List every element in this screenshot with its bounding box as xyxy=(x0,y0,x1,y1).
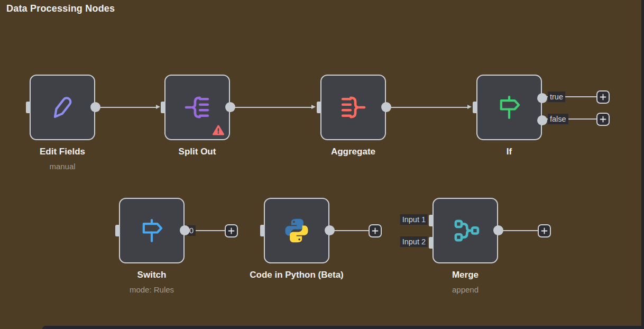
output-port[interactable] xyxy=(381,102,391,112)
node-edit-fields[interactable]: Edit Fields manual xyxy=(30,75,95,140)
output-port[interactable] xyxy=(90,102,100,112)
node-title: Switch xyxy=(137,270,167,280)
pen-icon xyxy=(48,93,77,122)
warning-icon xyxy=(213,125,224,135)
add-node-button[interactable] xyxy=(369,224,382,237)
wire-merge-out xyxy=(502,230,538,231)
merge-icon xyxy=(450,216,480,245)
arrowhead-icon xyxy=(156,105,160,109)
wire-editfields-splitout xyxy=(98,107,157,108)
output-port[interactable] xyxy=(325,225,335,235)
python-icon xyxy=(282,216,311,245)
node-merge[interactable]: Merge append xyxy=(433,198,498,263)
output-port-true[interactable] xyxy=(537,93,547,103)
node-code-python[interactable]: Code in Python (Beta) xyxy=(264,198,329,263)
page-title: Data Processing Nodes xyxy=(6,3,115,14)
app-frame-right-edge xyxy=(641,0,644,329)
plus-icon xyxy=(227,226,236,235)
workflow-canvas[interactable]: Data Processing Nodes true false 0 Input… xyxy=(0,0,644,329)
add-node-button[interactable] xyxy=(538,224,551,237)
arrowhead-icon xyxy=(467,105,472,109)
bottom-panel-edge xyxy=(42,326,644,329)
wire-aggregate-if xyxy=(390,107,468,108)
plus-icon xyxy=(599,93,608,102)
plus-icon xyxy=(599,115,608,124)
input-port[interactable] xyxy=(115,225,120,236)
output-port[interactable] xyxy=(493,225,503,235)
output-label-true: true xyxy=(548,92,565,102)
arrowhead-icon xyxy=(311,105,316,109)
input-port[interactable] xyxy=(473,102,477,113)
input-label-1: Input 1 xyxy=(400,214,428,225)
output-port[interactable] xyxy=(225,102,235,112)
node-title: Merge xyxy=(452,270,479,280)
output-label-false: false xyxy=(548,114,568,124)
node-title: Aggregate xyxy=(331,147,375,157)
node-title: Code in Python (Beta) xyxy=(250,270,344,280)
node-switch[interactable]: Switch mode: Rules xyxy=(119,198,185,263)
node-subtitle: manual xyxy=(49,162,75,171)
add-node-button[interactable] xyxy=(596,90,610,104)
input-port[interactable] xyxy=(317,102,321,113)
node-if[interactable]: If xyxy=(476,75,542,140)
signpost-icon xyxy=(494,93,524,122)
input-port[interactable] xyxy=(26,102,31,113)
node-title: Edit Fields xyxy=(40,147,85,157)
input-port[interactable] xyxy=(260,225,265,236)
split-out-icon xyxy=(182,93,212,122)
plus-icon xyxy=(540,226,549,235)
node-subtitle: append xyxy=(452,285,479,294)
node-split-out[interactable]: Split Out xyxy=(164,75,230,140)
node-subtitle: mode: Rules xyxy=(130,285,174,294)
plus-icon xyxy=(371,226,380,235)
node-title: Split Out xyxy=(179,147,216,157)
aggregate-icon xyxy=(338,93,368,122)
input-port-1[interactable] xyxy=(429,215,434,226)
input-port-2[interactable] xyxy=(429,237,434,249)
signpost-icon xyxy=(137,216,167,245)
wire-python-out xyxy=(333,230,369,231)
node-title: If xyxy=(507,147,512,157)
input-port[interactable] xyxy=(161,102,165,113)
output-port[interactable] xyxy=(180,225,190,235)
add-node-button[interactable] xyxy=(225,224,238,237)
output-port-false[interactable] xyxy=(537,115,547,125)
node-aggregate[interactable]: Aggregate xyxy=(320,75,386,140)
wire-splitout-aggregate xyxy=(234,107,312,108)
add-node-button[interactable] xyxy=(596,113,610,126)
input-label-2: Input 2 xyxy=(400,236,428,247)
